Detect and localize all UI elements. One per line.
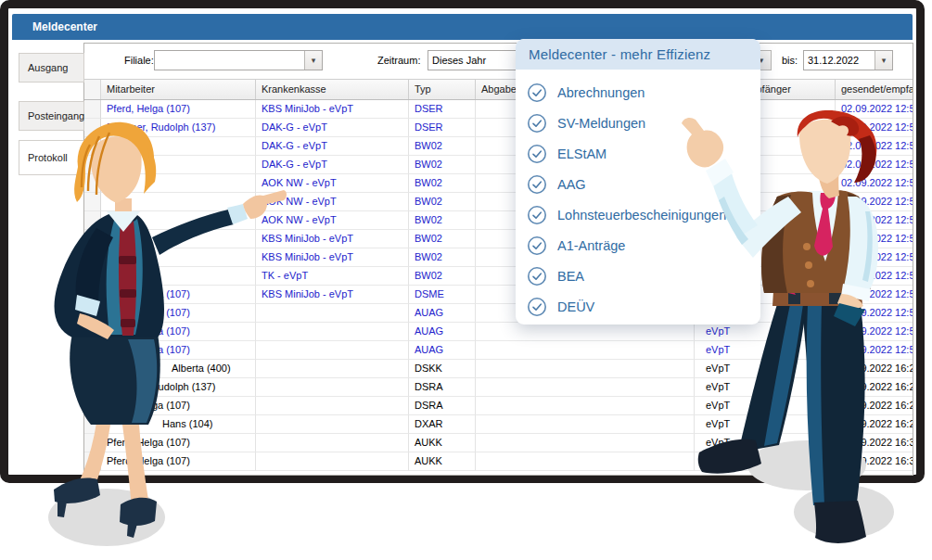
- table-row[interactable]: TK - eVpTBW0202.09.2022 12:56:: [84, 267, 913, 286]
- column-header-gesendet-empfangen[interactable]: gesendet/empfangen: [836, 80, 913, 99]
- cell-mitarbeiter[interactable]: Pferd, Helga (107): [101, 286, 256, 304]
- cell-krankenkasse[interactable]: KBS MiniJob - eVpT: [256, 286, 409, 304]
- cell-gesendet[interactable]: 02.09.2022 12:56:: [836, 248, 913, 267]
- cell-typ[interactable]: BW02: [409, 174, 476, 193]
- cell-typ[interactable]: BW02: [409, 267, 476, 286]
- cell-krankenkasse[interactable]: AOK NW - eVpT: [256, 211, 409, 230]
- cell-mitarbeiter[interactable]: Demmer, Rudolph (137): [101, 119, 256, 137]
- cell-empfaenger[interactable]: eVpT: [695, 341, 836, 360]
- cell-gesendet[interactable]: 02.09.2022 12:55:: [836, 100, 913, 119]
- cell-mitarbeiter[interactable]: Alberta (400): [101, 360, 256, 378]
- column-header-typ[interactable]: Typ: [409, 80, 476, 99]
- cell-gesendet[interactable]: 02.09.2022 16:23:: [836, 397, 913, 415]
- cell-empfaenger[interactable]: eVpT: [695, 397, 836, 415]
- cell-typ[interactable]: DSME: [409, 286, 476, 304]
- cell-krankenkasse[interactable]: [256, 434, 409, 452]
- table-row[interactable]: Pferd, Helga (107)AUAG02.09.2022 12:56:: [84, 304, 913, 323]
- cell-abgabe[interactable]: [476, 360, 695, 378]
- cell-gesendet[interactable]: 02.09.2022 12:56:: [836, 286, 913, 304]
- cell-krankenkasse[interactable]: DAK-G - eVpT: [256, 119, 409, 137]
- cell-gesendet[interactable]: 02.09.2022 12:56:: [836, 156, 913, 174]
- cell-krankenkasse[interactable]: [256, 415, 409, 434]
- cell-gesendet[interactable]: 02.09.2022 16:23:: [836, 378, 913, 397]
- cell-abgabe[interactable]: [476, 341, 695, 360]
- cell-krankenkasse[interactable]: KBS MiniJob - eVpT: [256, 248, 409, 267]
- cell-selector[interactable]: [84, 211, 101, 230]
- table-row[interactable]: Pferd, Helga (107)KBS MiniJob - eVpTDSME…: [84, 286, 913, 304]
- cell-krankenkasse[interactable]: AOK NW - eVpT: [256, 193, 409, 211]
- cell-gesendet[interactable]: 02.09.2022 12:56:: [836, 211, 913, 230]
- cell-mitarbeiter[interactable]: [101, 174, 256, 193]
- cell-selector[interactable]: [84, 174, 101, 193]
- cell-selector[interactable]: [84, 434, 101, 452]
- table-row[interactable]: AOK NW - eVpTBW0202.09.2022 12:56:: [84, 193, 913, 211]
- cell-selector[interactable]: [84, 452, 101, 471]
- cell-empfaenger[interactable]: eVpT: [695, 360, 836, 378]
- cell-selector[interactable]: [84, 100, 101, 119]
- table-row[interactable]: KBS MiniJob - eVpTBW0202.09.2022 12:56:: [84, 248, 913, 267]
- cell-typ[interactable]: DSRA: [409, 397, 476, 415]
- cell-mitarbeiter[interactable]: Pferd, Helga (107): [101, 323, 256, 341]
- cell-mitarbeiter[interactable]: [101, 156, 256, 174]
- cell-abgabe[interactable]: [476, 378, 695, 397]
- cell-selector[interactable]: [84, 230, 101, 248]
- cell-typ[interactable]: AUAG: [409, 341, 476, 360]
- table-row[interactable]: Pferd, Helga (107)AUKKeVpT02.09.2022 16:…: [84, 434, 913, 452]
- cell-abgabe[interactable]: [476, 434, 695, 452]
- table-row[interactable]: Hans (104)DXAReVpT02.09.2022 16:23:: [84, 415, 913, 434]
- cell-gesendet[interactable]: 02.09.2022 12:56:: [836, 341, 913, 360]
- cell-typ[interactable]: AUKK: [409, 452, 476, 471]
- cell-gesendet[interactable]: 02.09.2022 12:56:: [836, 174, 913, 193]
- cell-selector[interactable]: [84, 378, 101, 397]
- column-header-krankenkasse[interactable]: Krankenkasse: [256, 80, 409, 99]
- cell-empfaenger[interactable]: eVpT: [695, 378, 836, 397]
- cell-selector[interactable]: [84, 397, 101, 415]
- cell-typ[interactable]: AUAG: [409, 304, 476, 323]
- table-row[interactable]: Pferd, Helga (107)DSRAeVpT02.09.2022 16:…: [84, 397, 913, 415]
- cell-typ[interactable]: DSER: [409, 100, 476, 119]
- cell-selector[interactable]: [84, 137, 101, 156]
- cell-typ[interactable]: BW02: [409, 230, 476, 248]
- bis-date-field[interactable]: 31.12.2022 ▾: [803, 50, 893, 70]
- cell-gesendet[interactable]: 02.09.2022 12:56:: [836, 304, 913, 323]
- cell-krankenkasse[interactable]: [256, 360, 409, 378]
- cell-mitarbeiter[interactable]: [101, 137, 256, 156]
- cell-typ[interactable]: DXAR: [409, 415, 476, 434]
- cell-empfaenger[interactable]: eVpT: [695, 323, 836, 341]
- cell-mitarbeiter[interactable]: [101, 267, 256, 286]
- cell-krankenkasse[interactable]: [256, 304, 409, 323]
- cell-krankenkasse[interactable]: [256, 323, 409, 341]
- cell-abgabe[interactable]: [476, 415, 695, 434]
- cell-mitarbeiter[interactable]: Pferd, Helga (107): [101, 100, 256, 119]
- window-titlebar[interactable]: Meldecenter: [12, 14, 913, 40]
- cell-typ[interactable]: DSRA: [409, 378, 476, 397]
- cell-gesendet[interactable]: 02.09.2022 12:56:: [836, 267, 913, 286]
- cell-krankenkasse[interactable]: AOK NW - eVpT: [256, 174, 409, 193]
- cell-mitarbeiter[interactable]: Pferd, Helga (107): [101, 452, 256, 471]
- cell-typ[interactable]: BW02: [409, 211, 476, 230]
- table-row[interactable]: DAK-G - eVpTBW0202.09.2022 12:56:: [84, 137, 913, 156]
- cell-gesendet[interactable]: 02.09.2022 16:30:: [836, 452, 913, 471]
- cell-krankenkasse[interactable]: DAK-G - eVpT: [256, 156, 409, 174]
- cell-krankenkasse[interactable]: KBS MiniJob - eVpT: [256, 100, 409, 119]
- cell-abgabe[interactable]: [476, 323, 695, 341]
- cell-selector[interactable]: [84, 267, 101, 286]
- cell-krankenkasse[interactable]: [256, 397, 409, 415]
- cell-mitarbeiter[interactable]: [101, 230, 256, 248]
- cell-selector[interactable]: [84, 304, 101, 323]
- cell-gesendet[interactable]: 02.09.2022 16:23:: [836, 415, 913, 434]
- cell-empfaenger[interactable]: eVpT: [695, 452, 836, 471]
- cell-krankenkasse[interactable]: DAK-G - eVpT: [256, 137, 409, 156]
- cell-krankenkasse[interactable]: TK - eVpT: [256, 267, 409, 286]
- column-header-selector[interactable]: [84, 80, 101, 99]
- table-row[interactable]: Pferd, Helga (107)AUAGeVpT02.09.2022 12:…: [84, 341, 913, 360]
- table-row[interactable]: Demmer, Rudolph (137)DSRAeVpT02.09.2022 …: [84, 378, 913, 397]
- tab-ausgang[interactable]: Ausgang: [19, 53, 84, 83]
- cell-mitarbeiter[interactable]: Pferd, Helga (107): [101, 304, 256, 323]
- cell-empfaenger[interactable]: eVpT: [695, 434, 836, 452]
- cell-typ[interactable]: BW02: [409, 156, 476, 174]
- table-row[interactable]: Pferd, Helga (107)KBS MiniJob - eVpTDSER…: [84, 100, 913, 119]
- cell-gesendet[interactable]: 02.09.2022 12:55:: [836, 119, 913, 137]
- cell-selector[interactable]: [84, 323, 101, 341]
- chevron-down-icon[interactable]: ▾: [875, 51, 892, 70]
